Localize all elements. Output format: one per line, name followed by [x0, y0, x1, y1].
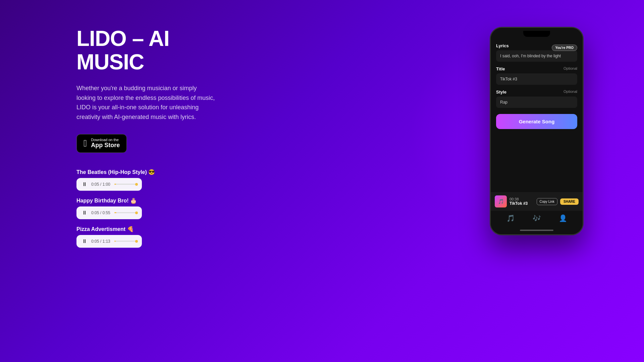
title-label: Title Optional — [496, 66, 577, 71]
progress-track-1[interactable] — [114, 184, 137, 185]
copy-link-button[interactable]: Copy Link — [537, 198, 557, 205]
progress-track-2[interactable] — [114, 212, 137, 213]
phone-notch — [523, 31, 550, 37]
player-bar-2[interactable]: ⏸ 0:05 / 0:55 — [76, 206, 142, 219]
song-title-3: Pizza Advertisment 🍕 — [76, 226, 264, 232]
download-text: Download on the — [91, 138, 120, 142]
hero-title-line1: LIDO – AI — [76, 26, 169, 51]
apple-icon:  — [84, 139, 87, 148]
time-label-1: 0:05 / 1:00 — [91, 182, 110, 187]
phone-mockup: You're PRO Lyrics I said, ooh, I'm blind… — [490, 27, 584, 235]
hero-title-line2: MUSIC — [76, 50, 144, 74]
title-input[interactable]: TikTok #3 — [496, 73, 577, 85]
app-store-text: Download on the App Store — [91, 138, 120, 149]
progress-fill-2 — [114, 212, 116, 213]
pro-badge: You're PRO — [552, 45, 577, 51]
player-bar-1[interactable]: ⏸ 0:05 / 1:00 — [76, 178, 142, 191]
time-label-3: 0:05 / 1:13 — [91, 239, 110, 244]
phone-player-bar: 🎵 00:38 TikTok #3 Copy Link SHARE — [491, 192, 583, 211]
style-optional: Optional — [564, 89, 577, 94]
hero-description: Whether you're a budding musician or sim… — [76, 83, 217, 122]
app-store-button[interactable]:  Download on the App Store — [76, 134, 127, 153]
progress-fill-1 — [114, 184, 116, 185]
song-item-1: The Beatles (Hip-Hop Style) 😎 ⏸ 0:05 / 1… — [76, 169, 264, 191]
song-item-2: Happy Birthday Bro! 🎂 ⏸ 0:05 / 0:55 — [76, 197, 264, 219]
player-time: 00:38 — [509, 197, 534, 201]
store-name: App Store — [91, 142, 120, 149]
song-title-1: The Beatles (Hip-Hop Style) 😎 — [76, 169, 264, 175]
style-label: Style Optional — [496, 89, 577, 95]
progress-track-3[interactable] — [114, 241, 137, 242]
player-bar-3[interactable]: ⏸ 0:05 / 1:13 — [76, 235, 142, 248]
progress-dot-2 — [135, 212, 138, 214]
progress-fill-3 — [114, 241, 116, 242]
player-song-name: TikTok #3 — [509, 201, 534, 206]
progress-dot-1 — [135, 183, 138, 186]
time-label-2: 0:05 / 0:55 — [91, 210, 110, 215]
phone-bottom-nav: 🎵 🎶 👤 — [491, 211, 583, 228]
nav-music-icon[interactable]: 🎵 — [506, 214, 515, 222]
title-optional: Optional — [564, 66, 577, 70]
nav-profile-icon[interactable]: 👤 — [559, 214, 567, 222]
lyrics-input[interactable]: I said, ooh, I'm blinded by the light — [496, 50, 577, 62]
phone-home-bar — [491, 228, 583, 234]
phone-notch-area — [491, 28, 583, 38]
phone-wrapper: You're PRO Lyrics I said, ooh, I'm blind… — [490, 27, 584, 235]
mini-thumbnail: 🎵 — [495, 195, 507, 207]
nav-notes-icon[interactable]: 🎶 — [533, 214, 541, 222]
style-input[interactable]: Rap — [496, 97, 577, 108]
pause-icon-2[interactable]: ⏸ — [82, 210, 87, 216]
player-info: 00:38 TikTok #3 — [509, 197, 534, 206]
left-section: LIDO – AI MUSIC Whether you're a budding… — [76, 27, 264, 248]
song-list: The Beatles (Hip-Hop Style) 😎 ⏸ 0:05 / 1… — [76, 169, 264, 248]
phone-content: Lyrics I said, ooh, I'm blinded by the l… — [491, 38, 583, 192]
pause-icon-3[interactable]: ⏸ — [82, 238, 87, 244]
song-title-2: Happy Birthday Bro! 🎂 — [76, 197, 264, 204]
home-indicator — [520, 230, 553, 231]
song-item-3: Pizza Advertisment 🍕 ⏸ 0:05 / 1:13 — [76, 226, 264, 248]
generate-song-button[interactable]: Generate Song — [496, 114, 577, 129]
pause-icon-1[interactable]: ⏸ — [82, 181, 87, 187]
share-button[interactable]: SHARE — [560, 198, 579, 205]
progress-dot-3 — [135, 240, 138, 243]
hero-title: LIDO – AI MUSIC — [76, 27, 264, 74]
